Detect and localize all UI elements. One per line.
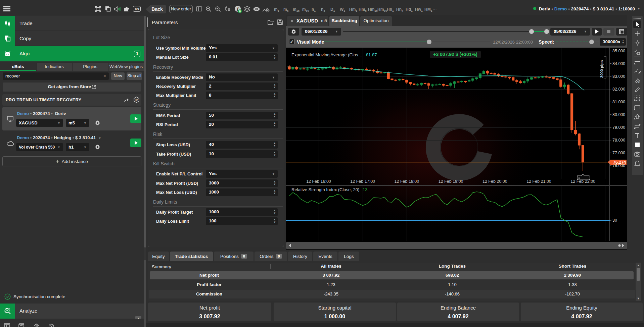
svg-text:12 Feb 19:00: 12 Feb 19:00: [439, 179, 463, 184]
svg-text:E: E: [638, 81, 640, 84]
svg-text:2000 pips: 2000 pips: [600, 60, 604, 78]
svg-text:80.000: 80.000: [612, 112, 625, 117]
svg-text:81.000: 81.000: [612, 100, 625, 104]
svg-text:Exponential Moving Average (Cl: Exponential Moving Average (Clos…: [291, 52, 363, 57]
svg-text:78.000: 78.000: [612, 138, 625, 143]
svg-text:12 Feb 16:00: 12 Feb 16:00: [306, 179, 331, 184]
svg-text:79.000: 79.000: [612, 125, 625, 130]
svg-text:76.000: 76.000: [612, 163, 625, 168]
svg-text:12 Feb 18:00: 12 Feb 18:00: [395, 179, 419, 184]
svg-text:8: 8: [239, 10, 241, 13]
svg-text:13: 13: [363, 187, 367, 192]
svg-text:+3 007.92 $ (+301%): +3 007.92 $ (+301%): [433, 52, 477, 57]
svg-text:84.000: 84.000: [612, 61, 625, 66]
svg-text:F: F: [639, 99, 640, 101]
svg-text:85.000: 85.000: [612, 49, 625, 53]
svg-text:30: 30: [612, 218, 617, 223]
svg-text:83.000: 83.000: [612, 74, 625, 79]
svg-text:Relative Strength Index (Close: Relative Strength Index (Close, 20): [291, 187, 359, 192]
svg-text:C#: C#: [135, 98, 139, 102]
svg-text:81.87: 81.87: [366, 52, 377, 57]
svg-text:12 Feb 17:00: 12 Feb 17:00: [350, 179, 375, 184]
svg-text:12 Feb 20:00: 12 Feb 20:00: [482, 179, 507, 184]
svg-text:12 Feb 21:00: 12 Feb 21:00: [526, 179, 551, 184]
svg-text:82.000: 82.000: [612, 87, 625, 92]
svg-text:77.000: 77.000: [612, 151, 625, 155]
